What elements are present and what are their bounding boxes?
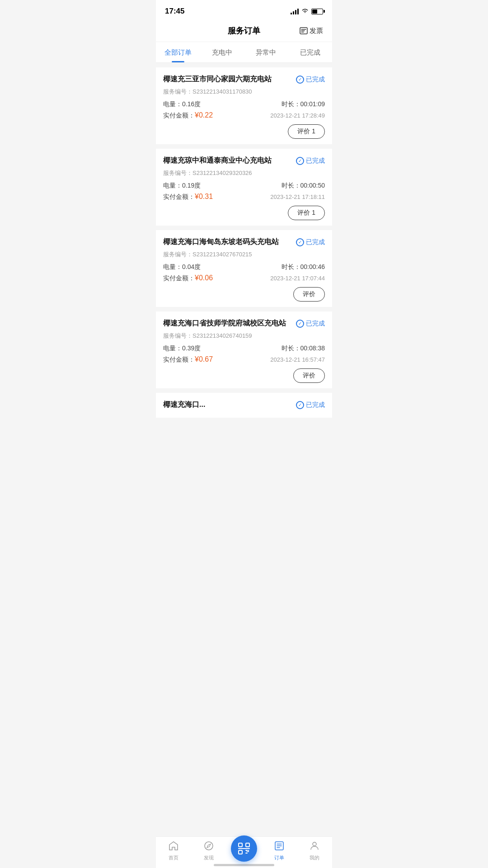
- order-amount-row: 实付金额：¥0.06 2023-12-21 17:07:44: [163, 274, 325, 283]
- order-card-header: 椰速充海口... ✓ 已完成: [163, 400, 325, 410]
- order-info-electricity: 电量：0.04度 时长：00:00:46: [163, 263, 325, 271]
- order-datetime: 2023-12-21 16:57:47: [270, 356, 325, 363]
- amount-label: 实付金额：¥0.22: [163, 111, 213, 120]
- station-name: 椰速充海口...: [163, 400, 292, 410]
- order-card-footer: 评价: [163, 368, 325, 383]
- order-card-footer: 评价: [163, 287, 325, 302]
- order-card-footer: 评价 1: [163, 206, 325, 220]
- invoice-icon: [300, 27, 308, 34]
- station-name: 椰速充琼中和通泰商业中心充电站: [163, 156, 292, 165]
- signal-icon: [291, 8, 299, 14]
- review-button[interactable]: 评价 1: [288, 124, 325, 139]
- order-card: 椰速充海口海甸岛东坡老码头充电站 ✓ 已完成 服务编号：S23122134027…: [156, 230, 332, 307]
- tab-abnormal[interactable]: 异常中: [244, 42, 288, 62]
- electricity-label: 电量：0.39度: [163, 344, 201, 353]
- order-card: 椰速充海口省技师学院府城校区充电站 ✓ 已完成 服务编号：S2312213402…: [156, 311, 332, 388]
- wifi-icon: [301, 8, 309, 15]
- status-check-icon: ✓: [296, 157, 304, 165]
- order-status: ✓ 已完成: [296, 75, 325, 84]
- electricity-label: 电量：0.19度: [163, 182, 201, 190]
- invoice-button[interactable]: 发票: [300, 27, 323, 35]
- order-info-electricity: 电量：0.19度 时长：00:00:50: [163, 182, 325, 190]
- duration-label: 时长：00:00:50: [282, 182, 325, 190]
- station-name: 椰速充三亚市同心家园六期充电站: [163, 75, 292, 84]
- order-amount-row: 实付金额：¥0.22 2023-12-21 17:28:49: [163, 111, 325, 120]
- review-button[interactable]: 评价: [293, 287, 325, 302]
- duration-label: 时长：00:08:38: [282, 344, 325, 353]
- order-amount-row: 实付金额：¥0.31 2023-12-21 17:18:11: [163, 193, 325, 201]
- tab-charging[interactable]: 充电中: [200, 42, 244, 62]
- electricity-label: 电量：0.16度: [163, 100, 201, 108]
- order-card-header: 椰速充琼中和通泰商业中心充电站 ✓ 已完成: [163, 156, 325, 165]
- station-name: 椰速充海口省技师学院府城校区充电站: [163, 319, 292, 328]
- status-bar: 17:45: [156, 0, 332, 20]
- status-icons: [291, 8, 323, 15]
- review-button[interactable]: 评价 1: [288, 206, 325, 220]
- service-no: 服务编号：S23122134029320326: [163, 169, 325, 177]
- order-info-electricity: 电量：0.39度 时长：00:08:38: [163, 344, 325, 353]
- duration-label: 时长：00:01:09: [282, 100, 325, 108]
- amount-label: 实付金额：¥0.31: [163, 193, 213, 201]
- order-datetime: 2023-12-21 17:18:11: [270, 193, 325, 200]
- status-check-icon: ✓: [296, 320, 304, 328]
- order-list: 椰速充三亚市同心家园六期充电站 ✓ 已完成 服务编号：S231221340311…: [156, 63, 332, 458]
- order-card: 椰速充琼中和通泰商业中心充电站 ✓ 已完成 服务编号：S231221340293…: [156, 149, 332, 226]
- service-no: 服务编号：S23122134027670215: [163, 250, 325, 259]
- invoice-label: 发票: [310, 27, 323, 35]
- order-card-partial: 椰速充海口... ✓ 已完成: [156, 393, 332, 418]
- service-no: 服务编号：S23122134026740159: [163, 332, 325, 340]
- service-no: 服务编号：S23122134031170830: [163, 88, 325, 96]
- status-check-icon: ✓: [296, 401, 304, 409]
- tab-bar: 全部订单 充电中 异常中 已完成: [156, 42, 332, 63]
- amount-label: 实付金额：¥0.06: [163, 274, 213, 283]
- order-status: ✓ 已完成: [296, 157, 325, 165]
- order-info-electricity: 电量：0.16度 时长：00:01:09: [163, 100, 325, 108]
- page-title: 服务订单: [228, 25, 260, 36]
- amount-label: 实付金额：¥0.67: [163, 355, 213, 364]
- tab-completed[interactable]: 已完成: [288, 42, 333, 62]
- order-status: ✓ 已完成: [296, 320, 325, 328]
- order-card-header: 椰速充海口海甸岛东坡老码头充电站 ✓ 已完成: [163, 237, 325, 247]
- order-amount-row: 实付金额：¥0.67 2023-12-21 16:57:47: [163, 355, 325, 364]
- order-card: 椰速充三亚市同心家园六期充电站 ✓ 已完成 服务编号：S231221340311…: [156, 67, 332, 144]
- station-name: 椰速充海口海甸岛东坡老码头充电站: [163, 237, 292, 247]
- order-card-footer: 评价 1: [163, 124, 325, 139]
- status-check-icon: ✓: [296, 238, 304, 246]
- order-card-header: 椰速充海口省技师学院府城校区充电站 ✓ 已完成: [163, 319, 325, 328]
- duration-label: 时长：00:00:46: [282, 263, 325, 271]
- electricity-label: 电量：0.04度: [163, 263, 201, 271]
- order-datetime: 2023-12-21 17:28:49: [270, 112, 325, 119]
- status-check-icon: ✓: [296, 75, 304, 84]
- tab-all[interactable]: 全部订单: [156, 42, 200, 62]
- battery-icon: [311, 9, 323, 14]
- order-status: ✓ 已完成: [296, 401, 325, 409]
- header: 服务订单 发票: [156, 20, 332, 42]
- order-status: ✓ 已完成: [296, 238, 325, 246]
- order-card-header: 椰速充三亚市同心家园六期充电站 ✓ 已完成: [163, 75, 325, 84]
- review-button[interactable]: 评价: [293, 368, 325, 383]
- order-datetime: 2023-12-21 17:07:44: [270, 275, 325, 282]
- status-time: 17:45: [165, 7, 184, 16]
